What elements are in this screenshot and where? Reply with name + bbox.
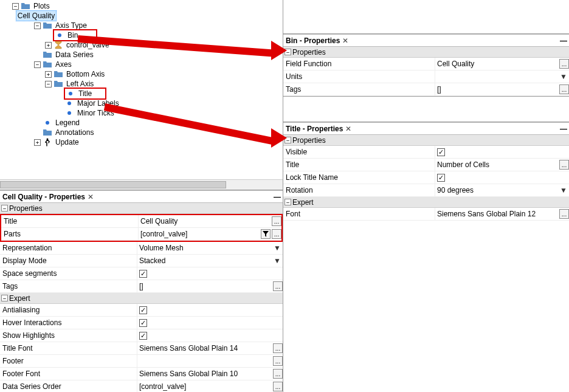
prop-value-title[interactable]: Number of Cells xyxy=(437,160,558,169)
collapse-icon[interactable]: − xyxy=(284,199,291,205)
tree-node-bottom-axis[interactable]: + Bottom Axis xyxy=(45,69,283,79)
collapse-icon[interactable]: − xyxy=(284,137,291,143)
chevron-down-icon[interactable]: ▼ xyxy=(559,72,568,81)
prop-value-tags[interactable]: [] xyxy=(437,85,558,94)
tree-node-plots[interactable]: − Plots xyxy=(12,1,283,11)
prop-row-units: Units ▼ xyxy=(283,70,569,83)
checkbox-hover[interactable]: ✓ xyxy=(139,319,147,327)
checkbox-space-segments[interactable]: ✓ xyxy=(139,270,147,278)
prop-value-data-order[interactable]: [control_valve] xyxy=(139,382,272,391)
checkbox-lock[interactable]: ✓ xyxy=(437,174,445,182)
node-label: Plots xyxy=(32,1,51,11)
tree-node-annotations[interactable]: Annotations xyxy=(34,128,283,137)
node-label: Legend xyxy=(54,118,81,128)
property-icon xyxy=(43,118,52,128)
ellipsis-button[interactable]: ... xyxy=(273,382,283,391)
prop-row-visible: Visible ✓ xyxy=(283,146,569,159)
empty-region xyxy=(283,0,569,34)
ellipsis-button[interactable]: ... xyxy=(559,160,569,170)
prop-row-parts: Parts [control_valve] ... xyxy=(1,228,281,241)
property-icon xyxy=(64,108,74,118)
tree-node-axes[interactable]: − Axes xyxy=(34,60,283,69)
prop-value-title-font[interactable]: Siemens Sans Global Plain 14 xyxy=(139,344,272,352)
section-header-properties[interactable]: − Properties xyxy=(0,203,283,214)
prop-value-parts[interactable]: [control_valve] xyxy=(140,230,260,238)
folder-icon xyxy=(53,69,63,79)
tree-node-title[interactable]: Title xyxy=(56,89,283,98)
ellipsis-button[interactable]: ... xyxy=(559,84,569,94)
filter-icon[interactable] xyxy=(261,229,271,239)
property-icon xyxy=(66,89,75,98)
prop-value-footer-font[interactable]: Siemens Sans Global Plain 10 xyxy=(139,370,272,378)
prop-value-rotation[interactable]: 90 degrees xyxy=(437,186,558,194)
panel-tab[interactable]: Bin - Properties ✕ xyxy=(286,36,348,45)
section-header-properties[interactable]: − Properties xyxy=(283,47,569,58)
panel-tab[interactable]: Cell Quality - Properties ✕ xyxy=(2,193,94,201)
tree-node-control-valve[interactable]: + control_valve xyxy=(45,40,283,50)
prop-row-rotation: Rotation 90 degrees▼ xyxy=(283,184,569,197)
section-title: Properties xyxy=(292,48,326,57)
panel-tab[interactable]: Title - Properties ✕ xyxy=(286,125,351,133)
ellipsis-button[interactable]: ... xyxy=(559,209,569,219)
ellipsis-button[interactable]: ... xyxy=(273,343,283,353)
horizontal-scrollbar[interactable] xyxy=(0,179,283,190)
prop-value-tags[interactable]: [] xyxy=(139,282,272,291)
checkbox-antialiasing[interactable]: ✓ xyxy=(139,306,147,314)
prop-value-display-mode[interactable]: Stacked xyxy=(139,256,272,265)
ellipsis-button[interactable]: ... xyxy=(273,281,283,291)
collapse-icon[interactable]: − xyxy=(284,49,291,55)
folder-icon xyxy=(43,50,52,60)
minimize-icon[interactable]: — xyxy=(560,36,567,45)
property-icon xyxy=(64,98,74,108)
prop-row-representation: Representation Volume Mesh▼ xyxy=(0,242,283,255)
tree-node-legend[interactable]: Legend xyxy=(34,118,283,128)
tree-node-minor-ticks[interactable]: Minor Ticks xyxy=(56,108,283,118)
prop-value-field-function[interactable]: Cell Quality xyxy=(437,60,558,68)
ellipsis-button[interactable]: ... xyxy=(559,59,569,69)
expand-icon[interactable]: + xyxy=(45,42,52,49)
collapse-icon[interactable]: − xyxy=(45,81,52,88)
minimize-icon[interactable]: — xyxy=(274,193,280,201)
tree-node-major-labels[interactable]: Major Labels xyxy=(56,98,283,108)
tree-node-update[interactable]: + Update xyxy=(34,137,283,147)
chevron-down-icon[interactable]: ▼ xyxy=(559,186,568,194)
close-icon[interactable]: ✕ xyxy=(342,36,348,45)
ellipsis-button[interactable]: ... xyxy=(273,356,283,366)
ellipsis-button[interactable]: ... xyxy=(272,216,281,226)
close-icon[interactable]: ✕ xyxy=(88,193,94,201)
folder-icon xyxy=(43,60,52,69)
collapse-icon[interactable]: − xyxy=(34,22,41,29)
expand-icon[interactable]: + xyxy=(45,71,52,78)
section-header-expert[interactable]: − Expert xyxy=(283,197,569,208)
tree-node-bin[interactable]: Bin xyxy=(45,30,283,40)
expand-icon[interactable]: + xyxy=(34,139,41,146)
tree-node-cell-quality[interactable]: − Cell Quality xyxy=(23,11,283,21)
chevron-down-icon[interactable]: ▼ xyxy=(273,256,281,265)
collapse-icon[interactable]: − xyxy=(12,3,19,10)
collapse-icon[interactable]: − xyxy=(1,295,8,301)
prop-value-font[interactable]: Siemens Sans Global Plain 12 xyxy=(437,210,558,218)
ellipsis-button[interactable]: ... xyxy=(272,229,281,239)
scrollbar-thumb[interactable] xyxy=(0,181,226,188)
chevron-down-icon[interactable]: ▼ xyxy=(273,244,281,252)
node-label: Bottom Axis xyxy=(65,69,106,79)
node-label: Update xyxy=(54,137,80,147)
close-icon[interactable]: ✕ xyxy=(345,125,351,133)
prop-value-representation[interactable]: Volume Mesh xyxy=(139,244,272,252)
section-header-expert[interactable]: − Expert xyxy=(0,293,283,304)
collapse-icon[interactable]: − xyxy=(34,61,41,68)
tree-node-data-series[interactable]: Data Series xyxy=(34,50,283,60)
minimize-icon[interactable]: — xyxy=(560,125,567,133)
section-header-properties[interactable]: − Properties xyxy=(283,135,569,146)
prop-value-title[interactable]: Cell Quality xyxy=(140,217,271,225)
run-icon xyxy=(43,137,52,147)
prop-label: Tags xyxy=(283,83,435,95)
ellipsis-button[interactable]: ... xyxy=(273,369,283,379)
checkbox-visible[interactable]: ✓ xyxy=(437,148,445,156)
collapse-icon[interactable]: − xyxy=(1,205,8,211)
svg-point-6 xyxy=(67,101,71,105)
prop-row-hover: Hover Interactions ✓ xyxy=(0,317,283,329)
panel-tab-label: Title - Properties xyxy=(286,125,343,133)
checkbox-highlights[interactable]: ✓ xyxy=(139,332,147,340)
node-label: Cell Quality xyxy=(16,10,57,21)
